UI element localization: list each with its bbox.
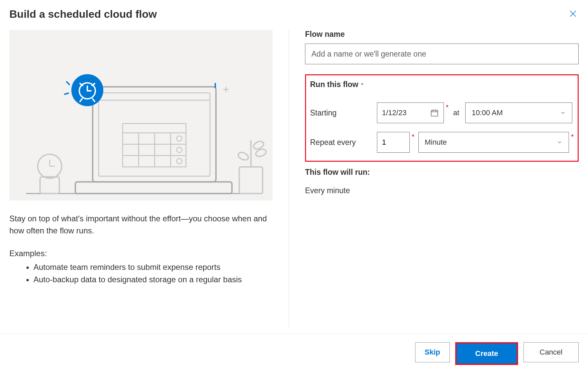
required-asterisk: * [446, 102, 449, 110]
required-asterisk: * [412, 132, 414, 140]
create-button-highlight: Create [455, 342, 518, 365]
example-item: Auto-backup data to designated storage o… [33, 273, 273, 286]
close-button[interactable] [567, 8, 579, 19]
chevron-down-icon [560, 110, 566, 116]
svg-point-20 [177, 159, 182, 164]
svg-line-30 [65, 93, 68, 94]
starting-date-value: 1/12/23 [382, 108, 406, 117]
calendar-icon [430, 108, 439, 117]
starting-label: Starting [310, 108, 377, 118]
cancel-button[interactable]: Cancel [523, 342, 579, 362]
repeat-unit-value: Minute [425, 138, 447, 147]
scheduled-flow-illustration [9, 30, 273, 201]
svg-rect-3 [40, 177, 60, 194]
required-asterisk: * [571, 132, 574, 140]
starting-time-dropdown[interactable]: 10:00 AM [465, 102, 572, 123]
close-icon [569, 9, 577, 18]
description-text: Stay on top of what's important without … [9, 213, 273, 237]
flow-summary-label: This flow will run: [305, 168, 579, 177]
flow-name-label: Flow name [305, 30, 345, 39]
chevron-down-icon [557, 139, 563, 145]
flow-name-input[interactable] [305, 44, 579, 64]
svg-point-37 [237, 151, 250, 162]
starting-time-value: 10:00 AM [472, 108, 503, 117]
svg-rect-38 [431, 110, 438, 116]
required-asterisk: * [361, 82, 363, 88]
starting-date-input[interactable]: 1/12/23 [377, 102, 444, 123]
svg-rect-34 [239, 167, 263, 194]
run-flow-highlight: Run this flow * Starting 1/12/23 [305, 74, 579, 162]
skip-button[interactable]: Skip [415, 342, 450, 362]
repeat-interval-input[interactable] [377, 132, 410, 153]
svg-point-18 [177, 136, 182, 141]
run-flow-label: Run this flow [310, 80, 358, 89]
svg-rect-7 [75, 182, 232, 194]
svg-point-19 [177, 147, 182, 153]
dialog-title: Build a scheduled cloud flow [9, 8, 157, 20]
examples-label: Examples: [9, 249, 273, 258]
svg-line-29 [67, 82, 69, 84]
example-item: Automate team reminders to submit expens… [33, 261, 273, 273]
create-button[interactable]: Create [457, 344, 517, 364]
svg-point-4 [38, 154, 62, 178]
at-label: at [453, 108, 459, 117]
repeat-every-label: Repeat every [310, 138, 377, 147]
repeat-unit-dropdown[interactable]: Minute [418, 132, 569, 153]
flow-summary-value: Every minute [305, 186, 579, 195]
